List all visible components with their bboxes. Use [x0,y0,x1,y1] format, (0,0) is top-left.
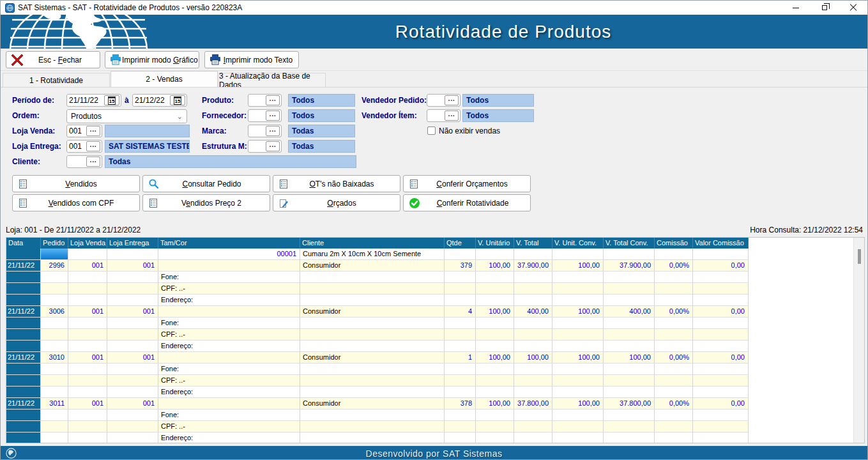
grid-cell[interactable]: 4 [445,306,476,318]
grid-cell[interactable] [445,387,476,398]
scrollbar-thumb[interactable] [858,249,861,264]
grid-cell[interactable] [604,433,655,443]
grid-cell[interactable] [107,421,158,433]
grid-cell[interactable] [68,295,107,306]
grid-cell[interactable] [41,295,68,306]
grid-cell[interactable]: CPF: ..- [158,375,300,387]
grid-cell[interactable]: Cumaru 2m X 10cm X 10cm Semente [300,249,445,260]
grid-cell[interactable] [476,283,514,295]
grid-cell[interactable] [6,329,41,341]
grid-cell[interactable] [693,410,749,421]
calendar-icon[interactable]: 15 [104,95,119,105]
grid-cell[interactable] [68,364,107,375]
grid-cell[interactable] [476,410,514,421]
grid-cell[interactable] [476,318,514,329]
grid-cell[interactable] [514,375,552,387]
grid-cell[interactable]: Consumidor [300,306,445,318]
grid-cell[interactable] [552,341,604,352]
vendedor-pedido-input[interactable] [427,96,445,105]
grid-cell[interactable]: 0,00 [693,306,749,318]
grid-cell[interactable] [604,295,655,306]
grid-cell[interactable] [693,421,749,433]
grid-cell[interactable] [300,341,445,352]
grid-cell[interactable] [552,318,604,329]
grid-cell[interactable] [300,318,445,329]
tab-vendas[interactable]: 2 - Vendas [110,71,218,87]
grid-cell[interactable] [655,249,693,260]
grid-cell[interactable] [300,375,445,387]
grid-cell[interactable]: CPF: ..- [158,283,300,295]
grid-cell[interactable]: 100,00 [476,352,514,364]
restore-button[interactable] [810,1,839,15]
grid-cell[interactable] [693,283,749,295]
grid-cell[interactable] [107,341,158,352]
grid-cell[interactable] [655,295,693,306]
vendidos-com-cpf-button[interactable]: Vendidos com CPF [12,194,140,211]
grid-cell[interactable] [41,329,68,341]
grid-cell[interactable] [6,318,41,329]
lookup-ellipsis-icon[interactable]: ··· [86,157,100,167]
grid-cell[interactable]: Endereço: [158,341,300,352]
grid-cell[interactable] [693,295,749,306]
grid-cell[interactable] [514,410,552,421]
lookup-ellipsis-icon[interactable]: ··· [86,126,100,136]
lookup-ellipsis-icon[interactable]: ··· [266,95,280,105]
grid-cell[interactable] [604,375,655,387]
grid-cell[interactable] [300,283,445,295]
grid-cell[interactable] [655,364,693,375]
grid-cell[interactable] [693,341,749,352]
grid-cell[interactable] [107,249,158,260]
grid-cell[interactable] [476,421,514,433]
grid-cell[interactable] [445,272,476,283]
grid-cell[interactable] [445,433,476,443]
cliente-input[interactable] [67,157,86,166]
grid-cell[interactable] [445,329,476,341]
grid-cell[interactable] [41,272,68,283]
grid-cell[interactable] [693,364,749,375]
vertical-scrollbar[interactable] [853,238,864,443]
grid-cell[interactable] [604,341,655,352]
grid-cell[interactable]: 00001 [158,249,300,260]
grid-cell[interactable] [476,375,514,387]
grid-cell[interactable] [68,375,107,387]
grid-cell[interactable]: Endereço: [158,295,300,306]
grid-cell[interactable] [514,318,552,329]
grid-cell[interactable]: Fone: [158,364,300,375]
conferir-orcamentos-button[interactable]: Conferir Orçamentos [403,175,531,192]
grid-cell[interactable] [41,364,68,375]
grid-cell[interactable] [445,364,476,375]
grid-cell[interactable]: 001 [107,260,158,272]
lookup-ellipsis-icon[interactable]: ··· [86,141,100,151]
grid-cell[interactable] [68,272,107,283]
grid-cell[interactable] [6,341,41,352]
grid-cell[interactable] [655,421,693,433]
vendidos-button[interactable]: Vendidos [12,175,140,192]
grid-cell[interactable]: 378 [445,398,476,410]
grid-cell[interactable] [604,318,655,329]
grid-cell[interactable]: 37.800,00 [514,398,552,410]
grid-cell[interactable]: 3011 [41,398,68,410]
grid-cell[interactable] [514,295,552,306]
esc-fechar-button[interactable]: Esc - Fechar [6,51,100,68]
grid-cell[interactable] [655,272,693,283]
grid-cell[interactable] [514,283,552,295]
grid-cell[interactable]: Consumidor [300,398,445,410]
grid-cell[interactable] [300,364,445,375]
grid-cell[interactable] [68,421,107,433]
grid-cell[interactable] [300,421,445,433]
grid-cell[interactable]: 100,00 [552,260,604,272]
conferir-rotatividade-button[interactable]: Conferir Rotatividade [403,194,531,211]
grid-cell[interactable] [655,329,693,341]
grid-cell[interactable]: Consumidor [300,260,445,272]
loja-entrega-input[interactable] [67,142,86,151]
grid-cell[interactable] [552,387,604,398]
nao-exibir-vendas-checkbox[interactable] [427,126,436,135]
lookup-ellipsis-icon[interactable]: ··· [266,126,280,136]
orcados-button[interactable]: Orçados [273,194,400,211]
grid-cell[interactable]: 1 [445,352,476,364]
tab-atualizacao[interactable]: 3 - Atualização da Base de Dados [218,73,326,87]
grid-cell[interactable] [693,249,749,260]
grid-cell[interactable] [476,341,514,352]
grid-cell[interactable] [68,433,107,443]
grid-cell[interactable] [107,283,158,295]
